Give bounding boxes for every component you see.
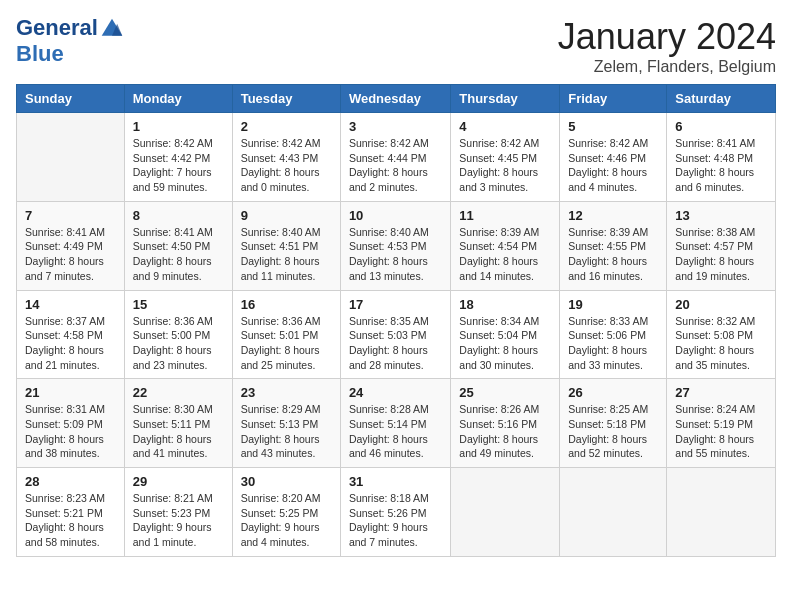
day-header-thursday: Thursday: [451, 85, 560, 113]
calendar-cell: 4Sunrise: 8:42 AM Sunset: 4:45 PM Daylig…: [451, 113, 560, 202]
calendar-cell: 21Sunrise: 8:31 AM Sunset: 5:09 PM Dayli…: [17, 379, 125, 468]
calendar-cell: 29Sunrise: 8:21 AM Sunset: 5:23 PM Dayli…: [124, 468, 232, 557]
day-detail: Sunrise: 8:34 AM Sunset: 5:04 PM Dayligh…: [459, 314, 551, 373]
day-detail: Sunrise: 8:37 AM Sunset: 4:58 PM Dayligh…: [25, 314, 116, 373]
calendar-cell: 14Sunrise: 8:37 AM Sunset: 4:58 PM Dayli…: [17, 290, 125, 379]
logo: General Blue: [16, 16, 124, 67]
calendar-cell: 9Sunrise: 8:40 AM Sunset: 4:51 PM Daylig…: [232, 201, 340, 290]
day-number: 13: [675, 208, 767, 223]
day-number: 19: [568, 297, 658, 312]
week-row-4: 21Sunrise: 8:31 AM Sunset: 5:09 PM Dayli…: [17, 379, 776, 468]
calendar-cell: 31Sunrise: 8:18 AM Sunset: 5:26 PM Dayli…: [340, 468, 450, 557]
calendar-cell: 8Sunrise: 8:41 AM Sunset: 4:50 PM Daylig…: [124, 201, 232, 290]
day-number: 7: [25, 208, 116, 223]
day-header-saturday: Saturday: [667, 85, 776, 113]
calendar-cell: 10Sunrise: 8:40 AM Sunset: 4:53 PM Dayli…: [340, 201, 450, 290]
day-detail: Sunrise: 8:40 AM Sunset: 4:51 PM Dayligh…: [241, 225, 332, 284]
day-detail: Sunrise: 8:42 AM Sunset: 4:44 PM Dayligh…: [349, 136, 442, 195]
day-detail: Sunrise: 8:41 AM Sunset: 4:50 PM Dayligh…: [133, 225, 224, 284]
day-number: 18: [459, 297, 551, 312]
day-number: 3: [349, 119, 442, 134]
calendar-cell: 6Sunrise: 8:41 AM Sunset: 4:48 PM Daylig…: [667, 113, 776, 202]
calendar-cell: 18Sunrise: 8:34 AM Sunset: 5:04 PM Dayli…: [451, 290, 560, 379]
calendar-cell: 26Sunrise: 8:25 AM Sunset: 5:18 PM Dayli…: [560, 379, 667, 468]
logo-text: General: [16, 16, 124, 41]
calendar-cell: 16Sunrise: 8:36 AM Sunset: 5:01 PM Dayli…: [232, 290, 340, 379]
calendar-cell: 28Sunrise: 8:23 AM Sunset: 5:21 PM Dayli…: [17, 468, 125, 557]
day-number: 23: [241, 385, 332, 400]
day-number: 14: [25, 297, 116, 312]
day-header-friday: Friday: [560, 85, 667, 113]
calendar-cell: [17, 113, 125, 202]
calendar-cell: 22Sunrise: 8:30 AM Sunset: 5:11 PM Dayli…: [124, 379, 232, 468]
week-row-3: 14Sunrise: 8:37 AM Sunset: 4:58 PM Dayli…: [17, 290, 776, 379]
day-number: 31: [349, 474, 442, 489]
calendar-cell: 20Sunrise: 8:32 AM Sunset: 5:08 PM Dayli…: [667, 290, 776, 379]
calendar-cell: 5Sunrise: 8:42 AM Sunset: 4:46 PM Daylig…: [560, 113, 667, 202]
calendar-cell: [451, 468, 560, 557]
day-number: 6: [675, 119, 767, 134]
calendar-body: 1Sunrise: 8:42 AM Sunset: 4:42 PM Daylig…: [17, 113, 776, 557]
day-detail: Sunrise: 8:33 AM Sunset: 5:06 PM Dayligh…: [568, 314, 658, 373]
calendar-cell: 19Sunrise: 8:33 AM Sunset: 5:06 PM Dayli…: [560, 290, 667, 379]
calendar-cell: 11Sunrise: 8:39 AM Sunset: 4:54 PM Dayli…: [451, 201, 560, 290]
day-detail: Sunrise: 8:31 AM Sunset: 5:09 PM Dayligh…: [25, 402, 116, 461]
day-number: 16: [241, 297, 332, 312]
logo-icon: [100, 17, 124, 41]
day-detail: Sunrise: 8:42 AM Sunset: 4:42 PM Dayligh…: [133, 136, 224, 195]
calendar-cell: 23Sunrise: 8:29 AM Sunset: 5:13 PM Dayli…: [232, 379, 340, 468]
day-number: 11: [459, 208, 551, 223]
main-title: January 2024: [558, 16, 776, 58]
calendar-cell: 30Sunrise: 8:20 AM Sunset: 5:25 PM Dayli…: [232, 468, 340, 557]
day-detail: Sunrise: 8:20 AM Sunset: 5:25 PM Dayligh…: [241, 491, 332, 550]
day-detail: Sunrise: 8:38 AM Sunset: 4:57 PM Dayligh…: [675, 225, 767, 284]
day-detail: Sunrise: 8:29 AM Sunset: 5:13 PM Dayligh…: [241, 402, 332, 461]
day-number: 10: [349, 208, 442, 223]
calendar-cell: 17Sunrise: 8:35 AM Sunset: 5:03 PM Dayli…: [340, 290, 450, 379]
week-row-1: 1Sunrise: 8:42 AM Sunset: 4:42 PM Daylig…: [17, 113, 776, 202]
day-number: 22: [133, 385, 224, 400]
title-block: January 2024 Zelem, Flanders, Belgium: [558, 16, 776, 76]
day-number: 2: [241, 119, 332, 134]
calendar-header: SundayMondayTuesdayWednesdayThursdayFrid…: [17, 85, 776, 113]
day-number: 15: [133, 297, 224, 312]
page-header: General Blue January 2024 Zelem, Flander…: [16, 16, 776, 76]
day-number: 26: [568, 385, 658, 400]
day-number: 9: [241, 208, 332, 223]
day-detail: Sunrise: 8:40 AM Sunset: 4:53 PM Dayligh…: [349, 225, 442, 284]
day-number: 27: [675, 385, 767, 400]
calendar-cell: 24Sunrise: 8:28 AM Sunset: 5:14 PM Dayli…: [340, 379, 450, 468]
calendar-cell: [560, 468, 667, 557]
day-detail: Sunrise: 8:39 AM Sunset: 4:54 PM Dayligh…: [459, 225, 551, 284]
calendar-cell: 25Sunrise: 8:26 AM Sunset: 5:16 PM Dayli…: [451, 379, 560, 468]
day-detail: Sunrise: 8:36 AM Sunset: 5:00 PM Dayligh…: [133, 314, 224, 373]
day-number: 17: [349, 297, 442, 312]
day-number: 29: [133, 474, 224, 489]
day-detail: Sunrise: 8:41 AM Sunset: 4:49 PM Dayligh…: [25, 225, 116, 284]
day-detail: Sunrise: 8:18 AM Sunset: 5:26 PM Dayligh…: [349, 491, 442, 550]
week-row-5: 28Sunrise: 8:23 AM Sunset: 5:21 PM Dayli…: [17, 468, 776, 557]
logo-line2: Blue: [16, 41, 124, 67]
day-detail: Sunrise: 8:42 AM Sunset: 4:46 PM Dayligh…: [568, 136, 658, 195]
day-detail: Sunrise: 8:41 AM Sunset: 4:48 PM Dayligh…: [675, 136, 767, 195]
calendar-cell: 3Sunrise: 8:42 AM Sunset: 4:44 PM Daylig…: [340, 113, 450, 202]
calendar-cell: [667, 468, 776, 557]
day-header-wednesday: Wednesday: [340, 85, 450, 113]
calendar-cell: 15Sunrise: 8:36 AM Sunset: 5:00 PM Dayli…: [124, 290, 232, 379]
day-detail: Sunrise: 8:39 AM Sunset: 4:55 PM Dayligh…: [568, 225, 658, 284]
days-of-week-row: SundayMondayTuesdayWednesdayThursdayFrid…: [17, 85, 776, 113]
day-number: 25: [459, 385, 551, 400]
day-detail: Sunrise: 8:23 AM Sunset: 5:21 PM Dayligh…: [25, 491, 116, 550]
calendar-cell: 12Sunrise: 8:39 AM Sunset: 4:55 PM Dayli…: [560, 201, 667, 290]
subtitle: Zelem, Flanders, Belgium: [558, 58, 776, 76]
day-number: 1: [133, 119, 224, 134]
day-detail: Sunrise: 8:30 AM Sunset: 5:11 PM Dayligh…: [133, 402, 224, 461]
day-detail: Sunrise: 8:42 AM Sunset: 4:43 PM Dayligh…: [241, 136, 332, 195]
day-detail: Sunrise: 8:24 AM Sunset: 5:19 PM Dayligh…: [675, 402, 767, 461]
day-detail: Sunrise: 8:26 AM Sunset: 5:16 PM Dayligh…: [459, 402, 551, 461]
day-detail: Sunrise: 8:32 AM Sunset: 5:08 PM Dayligh…: [675, 314, 767, 373]
day-detail: Sunrise: 8:35 AM Sunset: 5:03 PM Dayligh…: [349, 314, 442, 373]
day-number: 30: [241, 474, 332, 489]
calendar-cell: 7Sunrise: 8:41 AM Sunset: 4:49 PM Daylig…: [17, 201, 125, 290]
day-header-sunday: Sunday: [17, 85, 125, 113]
